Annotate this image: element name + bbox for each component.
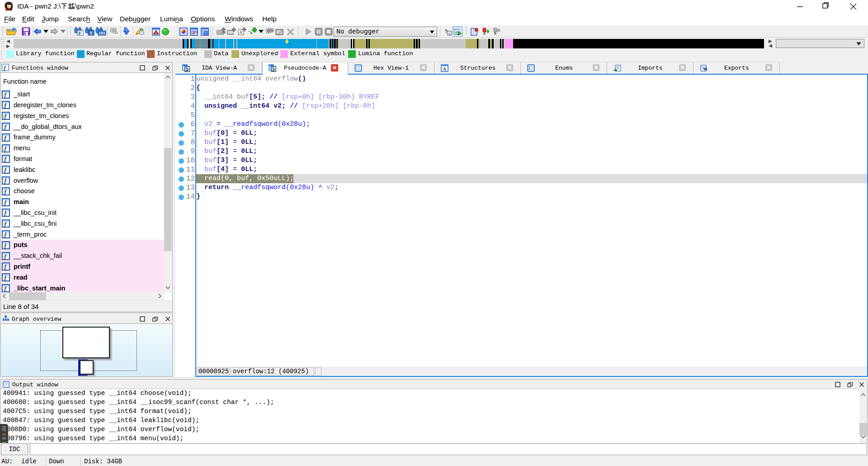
svg-text:101: 101 — [99, 31, 105, 35]
svg-text:!: ! — [156, 31, 156, 34]
svg-text:A: A — [239, 30, 243, 35]
svg-text:CODE: CODE — [217, 31, 226, 34]
svg-text:c: c — [448, 32, 451, 36]
svg-text:A: A — [443, 66, 446, 71]
svg-text:64: 64 — [5, 7, 10, 12]
svg-text:T: T — [90, 31, 93, 36]
svg-text:‘s: ‘s — [248, 29, 252, 36]
svg-text:#: # — [78, 31, 81, 36]
svg-text:c: c — [455, 30, 458, 35]
svg-text:R: R — [192, 31, 195, 35]
svg-text:DATA: DATA — [228, 31, 236, 34]
